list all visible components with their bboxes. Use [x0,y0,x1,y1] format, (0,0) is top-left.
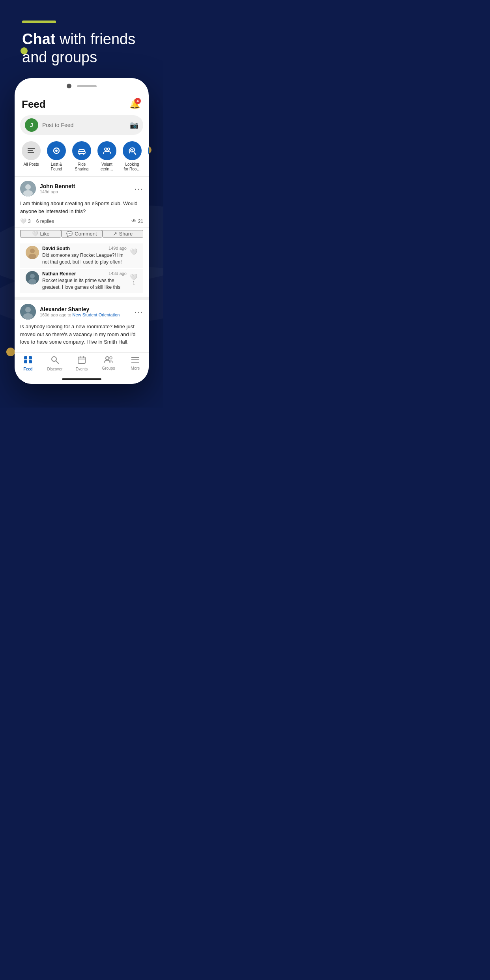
all-posts-icon [22,141,41,160]
views-icon: 👁 [131,218,137,224]
post1-text: I am thinking about creating an eSports … [20,200,143,215]
events-nav-icon [78,356,86,366]
notification-button[interactable]: 🔔 4 [127,97,142,111]
header-section: Chat with friendsand groups [0,0,163,74]
post1-replies-count: 6 replies [36,219,54,224]
heart-icon: 🤍 [20,218,26,224]
post1-avatar [20,181,36,196]
post-card-1: John Bennett 149d ago ··· I am thinking … [15,181,149,297]
svg-point-6 [79,153,80,155]
more-nav-icon [131,356,139,365]
post2-user-row: Alexander Shanley 160d ago ago to New St… [20,304,143,320]
post1-likes-stat: 🤍 3 [20,218,31,224]
category-ideas[interactable]: Id…Su… [146,141,149,172]
discover-nav-icon [51,356,59,366]
nav-more[interactable]: More [122,356,149,371]
like-button[interactable]: 🤍 Like [20,230,61,238]
category-ride-sharing[interactable]: RideSharing [71,141,93,172]
svg-rect-2 [28,152,34,153]
comment2-name: Nathan Renner [42,271,76,277]
lost-found-label: Lost &Found [51,162,62,172]
post2-user-name: Alexander Shanley [40,306,130,312]
ride-sharing-label: RideSharing [75,162,88,172]
svg-point-16 [23,190,33,196]
post-to-feed-bar[interactable]: J Post to Feed 📷 [20,115,143,135]
comment-icon: 💬 [66,231,73,237]
share-icon: ↗ [113,231,117,237]
svg-rect-28 [24,360,27,363]
post2-time: 160d ago ago to New Student Orientation [40,312,130,317]
looking-room-icon [123,141,142,160]
comment2-avatar [26,271,39,284]
volunteering-icon [97,141,116,160]
nav-feed[interactable]: Feed [15,356,41,371]
phone-mockup: Feed 🔔 4 J Post to Feed 📷 [0,78,163,384]
nav-events[interactable]: Events [68,356,95,371]
post1-user-row: John Bennett 149d ago ··· [20,181,143,196]
svg-rect-5 [78,151,85,153]
comments-section: David South 149d ago Did someone say Roc… [20,243,143,297]
nav-discover[interactable]: Discover [41,356,68,371]
feed-header: Feed 🔔 4 [15,92,149,115]
svg-rect-29 [29,360,32,363]
bottom-navigation: Feed Discover [15,352,149,377]
comment-label: Comment [75,231,97,237]
svg-rect-27 [29,356,32,359]
events-nav-label: Events [76,367,88,371]
more-nav-label: More [131,366,140,370]
comment-button[interactable]: 💬 Comment [61,230,102,238]
comment2-header: Nathan Renner 143d ago [42,271,127,277]
category-all-posts[interactable]: All Posts [20,141,42,172]
svg-line-31 [56,361,58,363]
comment2-like-count: 1 [133,281,135,285]
post2-text: Is anybody looking for a new roommate? M… [20,323,143,346]
feed-title: Feed [22,98,46,110]
accent-bar [22,21,56,23]
post2-more-button[interactable]: ··· [134,307,143,316]
feed-nav-icon [24,356,32,366]
ideas-icon [148,141,149,160]
post1-user-name: John Bennett [40,183,130,189]
post1-replies-stat: 6 replies [36,219,54,224]
post2-group-link[interactable]: New Student Orientation [73,312,120,317]
comment-1: David South 149d ago Did someone say Roc… [20,243,143,268]
svg-rect-32 [78,357,85,363]
post1-views-count: 21 [138,219,143,224]
comment1-like-area[interactable]: 🤍 [130,246,138,256]
post2-avatar [20,304,36,320]
comment1-name: David South [42,246,70,251]
comment2-like-area[interactable]: 🤍 1 [130,271,138,285]
svg-rect-26 [24,356,27,359]
post1-actions: 🤍 Like 💬 Comment ↗ Share [15,227,149,240]
post-placeholder-text: Post to Feed [42,122,126,128]
user-avatar-post: J [25,118,38,132]
home-bar [62,378,101,380]
volunteering-label: Volunteerin… [101,162,113,172]
svg-point-7 [83,153,84,155]
category-lost-found[interactable]: Lost &Found [45,141,67,172]
category-looking-room[interactable]: Lookingfor Roo… [121,141,143,172]
phone-camera [67,84,71,88]
svg-point-24 [25,307,31,312]
category-volunteering[interactable]: Volunteerin… [96,141,118,172]
share-button[interactable]: ↗ Share [102,230,143,238]
svg-point-21 [30,274,35,279]
camera-icon[interactable]: 📷 [130,121,138,129]
post2-user-info: Alexander Shanley 160d ago ago to New St… [40,306,130,317]
comment1-text: Did someone say Rocket League?! I'm not … [42,252,127,266]
svg-point-30 [52,357,56,361]
comment2-body: Nathan Renner 143d ago Rocket league in … [42,271,127,291]
comment2-time: 143d ago [108,271,127,277]
phone-speaker [77,85,97,87]
post1-time: 149d ago [40,189,130,194]
post1-views-stat: 👁 21 [131,218,143,224]
share-label: Share [119,231,133,237]
post1-stats: 🤍 3 6 replies 👁 21 [20,218,143,224]
comment-2: Nathan Renner 143d ago Rocket league in … [20,269,143,293]
svg-point-19 [28,254,36,259]
post1-more-button[interactable]: ··· [134,184,143,193]
svg-point-9 [107,148,110,150]
comment1-avatar [26,246,39,259]
nav-groups[interactable]: Groups [95,356,122,371]
comment1-body: David South 149d ago Did someone say Roc… [42,246,127,266]
